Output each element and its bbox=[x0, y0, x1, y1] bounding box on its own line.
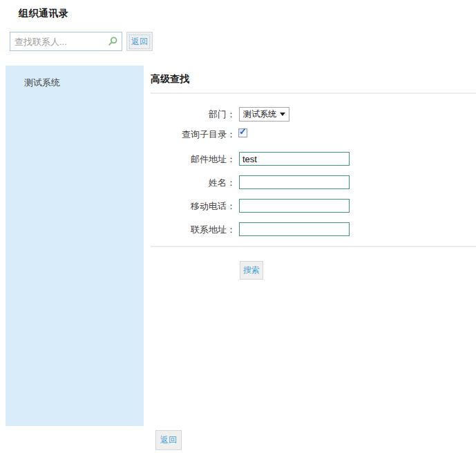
org-address-book-page: 组织通讯录 返回 测试系统 高级查找 部门： 测试系统 查询子目录： ✓ 邮件地… bbox=[0, 0, 476, 455]
back-button-top-label: 返回 bbox=[130, 35, 149, 48]
mobile-label: 移动电话： bbox=[151, 200, 236, 213]
sidebar-item-test-system[interactable]: 测试系统 bbox=[6, 66, 144, 89]
email-label: 邮件地址： bbox=[151, 153, 236, 166]
back-button-bottom-label: 返回 bbox=[160, 434, 177, 446]
department-label: 部门： bbox=[151, 108, 236, 122]
subdirectory-label: 查询子目录： bbox=[151, 128, 236, 142]
sidebar: 测试系统 bbox=[6, 66, 144, 426]
search-button-label: 搜索 bbox=[243, 264, 260, 276]
form-divider bbox=[151, 246, 476, 247]
advanced-search-heading: 高级查找 bbox=[151, 73, 189, 86]
address-label: 联系地址： bbox=[151, 223, 236, 237]
name-input[interactable] bbox=[239, 175, 350, 189]
page-title: 组织通讯录 bbox=[19, 8, 69, 20]
contact-search-input[interactable] bbox=[10, 32, 122, 51]
back-button-top[interactable]: 返回 bbox=[126, 32, 153, 51]
heading-divider bbox=[151, 93, 476, 94]
email-input[interactable] bbox=[239, 152, 350, 166]
department-select-value: 测试系统 bbox=[243, 108, 276, 120]
subdirectory-checkbox[interactable]: ✓ bbox=[238, 128, 247, 137]
name-label: 姓名： bbox=[151, 176, 236, 190]
back-button-bottom[interactable]: 返回 bbox=[155, 430, 182, 450]
address-input[interactable] bbox=[239, 222, 350, 236]
chevron-down-icon bbox=[280, 113, 285, 116]
mobile-input[interactable] bbox=[239, 199, 350, 213]
contact-search-box bbox=[10, 32, 122, 51]
search-button[interactable]: 搜索 bbox=[240, 261, 263, 280]
checkmark-icon: ✓ bbox=[239, 126, 247, 137]
department-select[interactable]: 测试系统 bbox=[239, 107, 289, 122]
search-icon[interactable] bbox=[108, 37, 117, 46]
